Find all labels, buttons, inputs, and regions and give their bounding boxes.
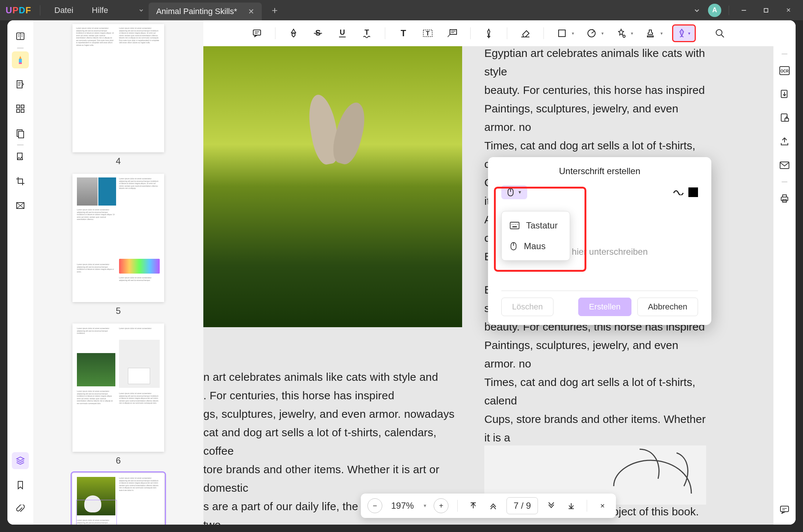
underline-tool-icon[interactable]: U xyxy=(335,26,350,41)
thumbnail-page-6[interactable]: Lorem ipsum dolor sit amet consectetur a… xyxy=(72,323,164,452)
text-tool-icon[interactable]: T xyxy=(396,26,411,41)
email-icon[interactable] xyxy=(777,158,792,173)
bookmark-icon[interactable] xyxy=(12,477,29,494)
svg-rect-31 xyxy=(510,222,519,229)
edit-tool-icon[interactable] xyxy=(12,76,29,93)
note-tool-icon[interactable] xyxy=(249,26,265,41)
signature-tool-button[interactable]: ▼ xyxy=(672,24,696,42)
share-icon[interactable] xyxy=(777,134,792,149)
svg-point-27 xyxy=(716,30,722,35)
mouse-icon xyxy=(506,187,515,197)
clear-button[interactable]: Löschen xyxy=(501,298,553,316)
svg-rect-7 xyxy=(21,105,24,108)
convert-icon[interactable] xyxy=(777,87,792,102)
close-zoombar-button[interactable]: ✕ xyxy=(596,499,609,512)
thumbnail-page-4[interactable]: Lorem ipsum dolor sit amet consectetur a… xyxy=(72,24,164,152)
user-avatar[interactable]: A xyxy=(708,4,721,17)
cancel-button[interactable]: Abbrechen xyxy=(637,298,698,316)
annotation-toolbar: S U T T T ▼ ▼ ▼ ▼ ▼ xyxy=(203,20,773,46)
page-insert-icon[interactable] xyxy=(12,148,29,165)
thumbnail-page-7[interactable]: Lorem ipsum dolor sit amet consectetur a… xyxy=(72,473,164,525)
svg-rect-48 xyxy=(783,195,786,197)
title-bar: UPDF Datei Hilfe Animal Painting Skills*… xyxy=(0,0,803,20)
chevron-down-icon[interactable]: ▼ xyxy=(570,31,575,35)
svg-rect-47 xyxy=(781,197,788,201)
thumbnail-number: 5 xyxy=(116,306,121,316)
stroke-style-icon[interactable] xyxy=(673,189,684,195)
svg-rect-23 xyxy=(450,30,457,34)
stamp-tool-group[interactable]: ▼ xyxy=(613,26,634,41)
svg-rect-14 xyxy=(253,30,261,35)
dropdown-icon[interactable] xyxy=(693,7,701,14)
sticker-tool-group[interactable]: ▼ xyxy=(584,26,604,41)
shape-tool-group[interactable]: ▼ xyxy=(554,26,575,41)
new-tab-button[interactable]: ＋ xyxy=(267,3,282,18)
close-window-button[interactable]: ✕ xyxy=(781,5,796,16)
callout-tool-icon[interactable] xyxy=(444,26,460,41)
minimize-button[interactable] xyxy=(736,5,751,16)
svg-rect-11 xyxy=(18,131,24,138)
dropdown-item-keyboard[interactable]: Tastatur xyxy=(502,215,570,236)
create-button[interactable]: Erstellen xyxy=(578,298,631,316)
input-method-dropdown: Tastatur Maus xyxy=(501,211,570,261)
page-indicator[interactable]: 7 / 9 xyxy=(506,497,538,514)
last-page-button[interactable] xyxy=(565,499,578,512)
chevron-down-icon[interactable]: ▼ xyxy=(687,31,691,35)
svg-rect-9 xyxy=(21,109,24,112)
attachment-icon[interactable] xyxy=(12,501,29,518)
menu-help[interactable]: Hilfe xyxy=(92,6,108,15)
stamp2-tool-group[interactable]: ▼ xyxy=(643,26,663,41)
feedback-icon[interactable] xyxy=(777,502,792,517)
first-page-button[interactable] xyxy=(467,499,480,512)
zoom-bar: − 197% ▼ + 7 / 9 ✕ xyxy=(361,494,616,518)
rectangle-tool-icon[interactable] xyxy=(554,26,570,41)
sticker-tool-icon[interactable] xyxy=(584,26,599,41)
zoom-out-button[interactable]: − xyxy=(367,498,382,513)
page-tools-icon[interactable] xyxy=(12,125,29,142)
organize-pages-icon[interactable] xyxy=(12,100,29,117)
chevron-down-icon[interactable]: ▼ xyxy=(630,31,634,35)
reader-mode-icon[interactable] xyxy=(12,28,29,45)
thumbnail-number: 6 xyxy=(116,455,121,466)
chevron-down-icon[interactable]: ▼ xyxy=(600,31,604,35)
thumbnail-page-5[interactable]: Lorem ipsum dolor sit amet consectetur a… xyxy=(72,174,164,302)
tab-chevron-icon[interactable] xyxy=(134,3,149,18)
chevron-down-icon[interactable]: ▼ xyxy=(659,31,663,35)
stamper-tool-icon[interactable] xyxy=(643,26,658,41)
zoom-dropdown-icon[interactable]: ▼ xyxy=(423,503,427,508)
search-icon[interactable] xyxy=(712,26,728,41)
svg-point-33 xyxy=(514,224,514,225)
dropdown-item-mouse[interactable]: Maus xyxy=(502,236,570,257)
tab-close-icon[interactable]: ✕ xyxy=(248,7,254,16)
dialog-title: Unterschrift erstellen xyxy=(488,157,711,182)
input-method-selector[interactable]: ▼ xyxy=(501,185,527,199)
maximize-button[interactable] xyxy=(759,5,773,16)
print-icon[interactable] xyxy=(777,191,792,206)
document-view[interactable]: S U T T T ▼ ▼ ▼ ▼ ▼ xyxy=(203,20,773,525)
prev-page-button[interactable] xyxy=(487,499,500,512)
comment-tool-icon[interactable] xyxy=(12,51,29,68)
svg-text:OCR: OCR xyxy=(780,69,789,73)
svg-rect-46 xyxy=(780,162,789,169)
document-tab[interactable]: Animal Painting Skills* ✕ xyxy=(149,3,262,20)
protect-icon[interactable] xyxy=(777,111,792,125)
menu-file[interactable]: Datei xyxy=(54,6,73,15)
next-page-button[interactable] xyxy=(545,499,558,512)
zoom-in-button[interactable]: + xyxy=(434,498,448,513)
squiggly-tool-icon[interactable]: T xyxy=(359,26,375,41)
svg-text:T: T xyxy=(426,30,430,37)
svg-text:T: T xyxy=(365,28,369,36)
textbox-tool-icon[interactable]: T xyxy=(420,26,436,41)
eraser-tool-icon[interactable] xyxy=(518,26,533,41)
svg-rect-24 xyxy=(559,30,565,37)
highlighter-tool-icon[interactable] xyxy=(286,26,301,41)
stamp-tool-icon[interactable] xyxy=(613,26,629,41)
ocr-icon[interactable]: OCR xyxy=(777,63,792,78)
thumbnail-panel[interactable]: Lorem ipsum dolor sit amet consectetur a… xyxy=(33,20,203,525)
redact-tool-icon[interactable] xyxy=(12,197,29,214)
strikethrough-tool-icon[interactable]: S xyxy=(310,26,326,41)
pencil-tool-icon[interactable] xyxy=(481,26,497,41)
crop-tool-icon[interactable] xyxy=(12,173,29,190)
signature-color-swatch[interactable] xyxy=(688,187,698,197)
layers-icon[interactable] xyxy=(12,452,29,469)
